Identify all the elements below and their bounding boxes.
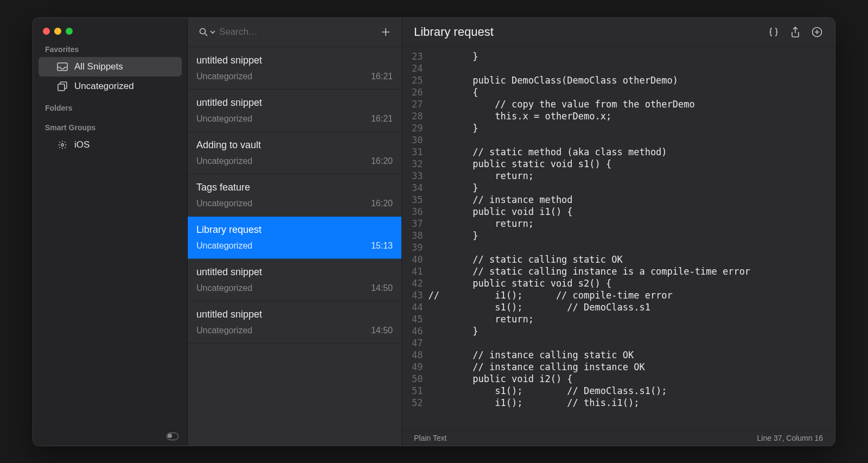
app-window: Favorites All Snippets Uncategorized Fol… (33, 17, 835, 446)
sidebar-toggle[interactable] (167, 433, 178, 440)
square-stack-icon (57, 81, 68, 92)
list-item-category: Uncategorized (196, 72, 252, 81)
gear-icon (57, 139, 68, 150)
list-item-title: untitled snippet (196, 97, 393, 109)
status-language[interactable]: Plain Text (414, 434, 757, 442)
chevron-down-icon[interactable] (209, 26, 216, 38)
line-number-gutter: 23 24 25 26 27 28 29 30 31 32 33 34 35 3… (402, 47, 428, 430)
list-item-time: 16:20 (371, 199, 393, 208)
status-bar: Plain Text Line 37, Column 16 (402, 430, 835, 446)
list-item-time: 16:21 (371, 114, 393, 124)
list-item[interactable]: Tags featureUncategorized16:20 (188, 174, 401, 217)
list-item-title: Library request (196, 224, 393, 236)
list-item-title: untitled snippet (196, 55, 393, 66)
plus-circle-icon[interactable] (811, 26, 823, 38)
search-input[interactable] (219, 27, 374, 37)
tray-icon (57, 61, 68, 72)
snippet-list[interactable]: untitled snippetUncategorized16:21untitl… (188, 47, 401, 446)
list-item-category: Uncategorized (196, 241, 252, 251)
sidebar: Favorites All Snippets Uncategorized Fol… (33, 18, 188, 446)
list-item-category: Uncategorized (196, 199, 252, 208)
list-item[interactable]: untitled snippetUncategorized14:50 (188, 259, 401, 301)
editor-actions (768, 26, 823, 38)
list-item-category: Uncategorized (196, 156, 252, 166)
list-item-time: 16:21 (371, 72, 393, 81)
window-controls (33, 18, 187, 37)
list-item-title: untitled snippet (196, 267, 393, 278)
svg-rect-0 (58, 63, 67, 71)
status-cursor-position: Line 37, Column 16 (757, 434, 823, 442)
list-item-category: Uncategorized (196, 326, 252, 335)
svg-rect-1 (58, 84, 65, 91)
list-item-title: Adding to vault (196, 139, 393, 151)
list-item-time: 14:50 (371, 326, 393, 335)
sidebar-section-favorites-label: Favorites (33, 37, 187, 57)
list-item-category: Uncategorized (196, 283, 252, 293)
sidebar-item-ios[interactable]: iOS (39, 135, 182, 155)
list-item[interactable]: untitled snippetUncategorized14:50 (188, 301, 401, 344)
list-item-time: 15:13 (371, 241, 393, 251)
list-toolbar (188, 18, 401, 47)
sidebar-section-smartgroups-label: Smart Groups (33, 116, 187, 135)
close-button[interactable] (43, 28, 50, 35)
editor-header: Library request (402, 18, 835, 47)
list-item-title: untitled snippet (196, 309, 393, 320)
svg-point-2 (61, 143, 64, 146)
add-snippet-button[interactable] (380, 26, 392, 38)
editor-panel: Library request (402, 18, 835, 446)
list-item[interactable]: Library requestUncategorized15:13 (188, 217, 401, 259)
snippet-list-panel: untitled snippetUncategorized16:21untitl… (188, 18, 402, 446)
editor-title: Library request (414, 25, 768, 39)
share-icon[interactable] (789, 26, 801, 38)
svg-point-3 (200, 29, 206, 34)
sidebar-item-label: iOS (74, 139, 90, 150)
list-item-category: Uncategorized (196, 114, 252, 124)
sidebar-item-all-snippets[interactable]: All Snippets (39, 57, 182, 77)
list-item-title: Tags feature (196, 182, 393, 193)
list-item-time: 14:50 (371, 283, 393, 293)
maximize-button[interactable] (66, 28, 73, 35)
search-icon (197, 26, 209, 38)
search-box (197, 26, 374, 38)
minimize-button[interactable] (54, 28, 61, 35)
code-editor[interactable]: 23 24 25 26 27 28 29 30 31 32 33 34 35 3… (402, 47, 835, 430)
list-item-time: 16:20 (371, 156, 393, 166)
braces-icon[interactable] (768, 26, 780, 38)
sidebar-item-label: Uncategorized (74, 81, 134, 92)
sidebar-item-label: All Snippets (74, 61, 123, 72)
list-item[interactable]: untitled snippetUncategorized16:21 (188, 47, 401, 90)
sidebar-item-uncategorized[interactable]: Uncategorized (39, 77, 182, 96)
code-content[interactable]: } public DemoClass(DemoClass otherDemo) … (428, 47, 835, 430)
list-item[interactable]: untitled snippetUncategorized16:21 (188, 90, 401, 132)
list-item[interactable]: Adding to vaultUncategorized16:20 (188, 132, 401, 174)
sidebar-section-folders-label: Folders (33, 96, 187, 116)
